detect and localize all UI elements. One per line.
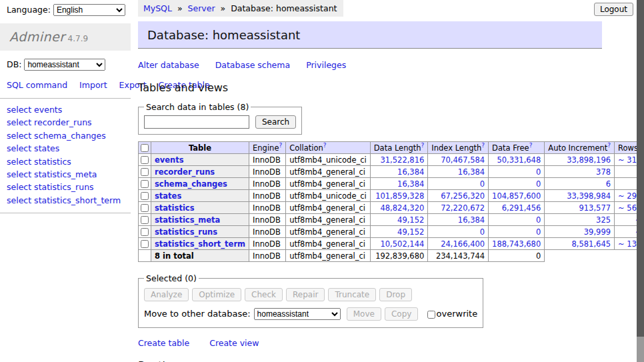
breadcrumb-link[interactable]: MySQL [143,3,172,13]
total-sum-cell: 0 [489,250,545,262]
adminer-version: 4.7.9 [68,34,89,43]
create-link[interactable]: Create view [209,338,259,348]
help-superscript: ? [481,142,485,149]
search-button[interactable]: Search [255,115,296,129]
engine-cell: InnoDB [249,202,286,214]
auto-increment-cell: 913,577 [545,202,615,214]
check-button[interactable]: Check [245,288,283,301]
help-link[interactable]: ? [279,142,282,149]
page-link[interactable]: Privileges [306,60,346,70]
data-free-cell: 0 [489,226,545,238]
move-label: Move to other database: [144,309,251,319]
logout-button[interactable]: Logout [594,3,633,16]
engine-cell: InnoDB [249,190,286,202]
sidebar-table-link[interactable]: select statistics_short_term [0,194,131,207]
move-button[interactable]: Move [347,307,381,321]
sidebar-link[interactable]: SQL command [7,80,67,90]
row-checkbox[interactable] [141,240,149,248]
help-superscript: ? [607,142,611,149]
overwrite-checkbox[interactable] [427,311,435,319]
row-checkbox[interactable] [141,180,149,188]
language-select[interactable]: English [53,4,125,16]
row-checkbox-cell [139,166,151,178]
table-name-link[interactable]: recorder_runs [155,167,215,177]
repair-button[interactable]: Repair [286,288,325,301]
truncate-button[interactable]: Truncate [328,288,376,301]
row-checkbox[interactable] [141,204,149,212]
analyze-button[interactable]: Analyze [144,288,189,301]
data-free-cell: 188,743,680 [489,238,545,250]
drop-button[interactable]: Drop [379,288,412,301]
search-input[interactable] [144,115,249,129]
index-length-cell: 16,384 [428,166,489,178]
page-link[interactable]: Alter database [138,60,199,70]
sidebar-table-list: select eventsselect recorder_runsselect … [0,98,131,213]
engine-cell: InnoDB [249,166,286,178]
table-name-link[interactable]: statistics_meta [155,215,220,225]
sidebar-table-link[interactable]: select statistics_runs [0,181,131,193]
sidebar-table-link[interactable]: select states [0,142,131,155]
data-free-cell: 0 [489,166,545,178]
selected-fieldset: Selected (0) AnalyzeOptimizeCheckRepairT… [138,273,483,328]
row-checkbox-cell [139,214,151,226]
select-all-checkbox[interactable] [141,144,149,152]
help-link[interactable]: ? [421,142,425,149]
move-row: Move to other database:homeassistant Mov… [144,307,477,321]
move-buttons: MoveCopy [343,309,419,319]
move-db-select[interactable]: homeassistant [254,308,341,320]
help-superscript: ? [529,142,533,149]
index-length-cell: 67,256,320 [428,190,489,202]
help-link[interactable]: ? [323,142,327,149]
breadcrumb-link[interactable]: Server [188,3,215,13]
scrollbar-thumb[interactable] [637,0,644,337]
tables-table: TableEngine?Collation?Data Length?Index … [138,141,644,262]
collation-cell: utf8mb4_unicode_ci [286,154,371,166]
data-length-cell: 16,384 [370,166,428,178]
breadcrumb: MySQL » Server » Database: homeassistant [138,0,343,17]
total-sum-cell: 192,839,680 [370,250,428,262]
page-link[interactable]: Database schema [215,60,290,70]
row-checkbox[interactable] [141,156,149,164]
table-row: schema_changesInnoDButf8mb4_general_ci16… [139,178,644,190]
row-checkbox[interactable] [141,228,149,236]
table-name-link[interactable]: statistics_runs [155,227,217,237]
sidebar-table-link[interactable]: select recorder_runs [0,116,131,129]
help-link[interactable]: ? [529,142,533,149]
row-checkbox[interactable] [141,216,149,224]
auto-increment-cell: 33,898,196 [545,154,615,166]
row-checkbox[interactable] [141,168,149,176]
overwrite-label[interactable]: overwrite [427,309,478,319]
create-link[interactable]: Create table [138,338,189,348]
optimize-button[interactable]: Optimize [192,288,241,301]
data-free-cell: 6,291,456 [489,202,545,214]
table-name-cell: statistics_runs [151,226,249,238]
db-label: DB: [7,59,21,69]
column-header: Engine? [249,142,286,154]
auto-increment-cell: 8,581,645 [545,238,615,250]
table-name-link[interactable]: schema_changes [155,179,227,189]
table-row: statistics_runsInnoDButf8mb4_general_ci4… [139,226,644,238]
sidebar-table-link[interactable]: select events [0,103,131,116]
sidebar-table-link[interactable]: select schema_changes [0,129,131,142]
table-name-link[interactable]: statistics [155,203,195,213]
auto-increment-cell: 6 [545,178,615,190]
copy-button[interactable]: Copy [385,307,418,321]
selected-buttons: AnalyzeOptimizeCheckRepairTruncateDrop [144,288,477,301]
row-checkbox[interactable] [141,192,149,200]
title-band: Database: homeassistant [138,21,602,49]
table-name-link[interactable]: events [155,155,184,165]
help-link[interactable]: ? [481,142,485,149]
sidebar-link[interactable]: Import [79,80,107,90]
db-select[interactable]: homeassistant [24,59,105,71]
vertical-scrollbar[interactable] [637,0,644,362]
table-name-link[interactable]: states [155,191,181,201]
tables-heading: Tables and views [138,81,602,94]
table-name-link[interactable]: statistics_short_term [155,239,245,249]
total-collation-cell: utf8mb4_general_ci [286,250,371,262]
page-links: Alter databaseDatabase schemaPrivileges [138,60,602,70]
total-label-cell: 8 in total [151,250,249,262]
help-superscript: ? [323,142,327,149]
sidebar-table-link[interactable]: select statistics_meta [0,168,131,181]
help-link[interactable]: ? [607,142,611,149]
sidebar-table-link[interactable]: select statistics [0,155,131,168]
